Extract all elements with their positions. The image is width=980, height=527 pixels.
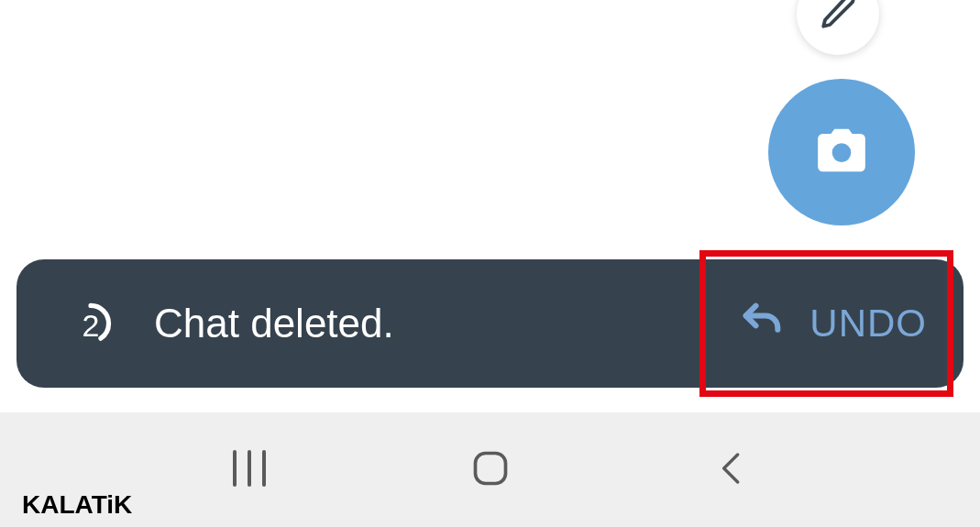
recents-icon <box>227 446 271 494</box>
home-button[interactable] <box>458 438 523 502</box>
svg-rect-5 <box>475 453 505 483</box>
countdown-number: 2 <box>83 308 100 344</box>
camera-icon <box>813 122 870 182</box>
watermark: KALATiK <box>22 490 132 520</box>
svg-point-0 <box>836 148 846 158</box>
snackbar-message: Chat deleted. <box>154 301 738 346</box>
home-icon <box>470 448 511 492</box>
system-navbar <box>0 412 980 527</box>
pencil-icon <box>819 0 857 35</box>
back-icon <box>713 450 750 490</box>
undo-button[interactable]: UNDO <box>738 298 927 349</box>
edit-fab[interactable] <box>797 0 879 55</box>
back-button[interactable] <box>699 438 764 502</box>
recents-button[interactable] <box>217 438 281 502</box>
camera-fab[interactable] <box>768 79 915 225</box>
undo-label: UNDO <box>809 302 927 346</box>
undo-icon <box>738 298 786 349</box>
countdown-timer: 2 <box>70 302 112 345</box>
snackbar: 2 Chat deleted. UNDO <box>17 259 963 388</box>
